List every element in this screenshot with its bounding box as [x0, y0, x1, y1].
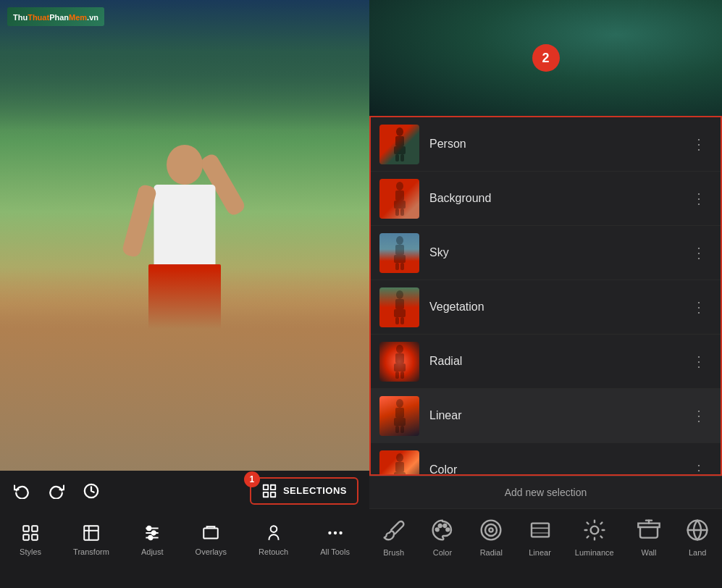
more-button-linear[interactable]: ⋮ — [686, 404, 712, 427]
ground-overlay — [0, 268, 369, 471]
styles-icon — [20, 523, 41, 543]
luminance-label: Luminance — [575, 548, 614, 557]
thumb-radial-svg — [389, 344, 411, 379]
svg-rect-46 — [395, 371, 399, 379]
adjust-label: Adjust — [141, 547, 164, 556]
more-button-vegetation[interactable]: ⋮ — [686, 295, 712, 319]
svg-rect-29 — [395, 190, 404, 201]
svg-rect-39 — [395, 299, 404, 309]
tool-adjust[interactable]: Adjust — [141, 523, 164, 556]
transform-icon — [81, 523, 101, 543]
svg-line-72 — [600, 536, 602, 537]
selections-icon — [261, 483, 277, 499]
svg-point-61 — [446, 528, 449, 531]
tool-retouch[interactable]: Retouch — [259, 523, 288, 556]
brush-label: Brush — [383, 548, 404, 557]
item-name-color: Color — [429, 463, 686, 476]
svg-rect-41 — [395, 317, 399, 324]
svg-point-33 — [396, 236, 403, 245]
item-name-sky: Sky — [429, 246, 686, 259]
bottom-tool-radial[interactable]: Radial — [477, 516, 505, 557]
redo-button[interactable] — [46, 480, 67, 502]
overlays-label: Overlays — [196, 547, 227, 556]
svg-rect-42 — [400, 317, 404, 324]
svg-rect-8 — [32, 534, 38, 540]
svg-rect-25 — [394, 146, 406, 154]
svg-point-43 — [396, 345, 403, 353]
selection-item-radial[interactable]: Radial ⋮ — [371, 335, 721, 389]
history-button[interactable] — [80, 480, 102, 502]
retouch-icon — [264, 523, 284, 543]
thumb-veg-svg — [389, 290, 411, 324]
svg-rect-34 — [395, 245, 404, 255]
tools-row: Styles Transform — [0, 511, 369, 568]
selection-item-vegetation[interactable]: Vegetation ⋮ — [371, 280, 721, 335]
svg-rect-1 — [264, 484, 268, 489]
thumb-linear — [379, 396, 419, 436]
more-button-background[interactable]: ⋮ — [686, 187, 712, 210]
person-head — [167, 145, 203, 185]
bottom-tool-color[interactable]: Color — [429, 516, 456, 557]
retouch-label: Retouch — [259, 547, 288, 556]
watermark-text: ThuThuatPhanMem.vn — [13, 13, 98, 22]
tool-transform[interactable]: Transform — [73, 523, 109, 556]
more-button-sky[interactable]: ⋮ — [686, 241, 712, 264]
tool-all-tools[interactable]: All Tools — [320, 523, 350, 556]
svg-rect-24 — [395, 136, 404, 146]
add-selection-bar[interactable]: Add new selection — [369, 476, 722, 508]
thumb-vegetation — [379, 287, 419, 327]
thumb-sky-svg — [389, 235, 411, 270]
svg-point-19 — [270, 526, 277, 532]
svg-point-68 — [590, 526, 598, 534]
svg-point-13 — [147, 526, 151, 530]
svg-rect-40 — [394, 309, 406, 317]
svg-line-71 — [587, 523, 588, 524]
watermark: ThuThuatPhanMem.vn — [7, 7, 104, 26]
svg-rect-51 — [395, 426, 399, 433]
thumb-linear-svg — [389, 398, 411, 433]
arm-left — [121, 183, 157, 258]
svg-point-20 — [328, 532, 331, 534]
svg-point-62 — [482, 521, 501, 540]
color-tool-label: Color — [433, 548, 452, 557]
undo-redo-group — [11, 480, 102, 502]
radial-icon — [477, 516, 505, 544]
svg-rect-4 — [264, 492, 268, 496]
svg-point-23 — [396, 127, 403, 136]
step2-badge: 2 — [532, 44, 560, 72]
selection-item-linear[interactable]: Linear ⋮ — [371, 389, 721, 443]
undo-button[interactable] — [11, 480, 33, 502]
svg-point-63 — [485, 524, 497, 536]
thumb-person — [379, 125, 419, 164]
thumb-color — [379, 450, 419, 476]
tool-styles[interactable]: Styles — [20, 523, 41, 556]
svg-rect-47 — [400, 371, 404, 379]
overlays-icon — [201, 523, 221, 543]
bottom-tool-wall[interactable]: Wall — [635, 516, 663, 557]
svg-point-60 — [443, 524, 446, 527]
thumb-color-svg — [389, 453, 411, 476]
bottom-tool-brush[interactable]: Brush — [380, 516, 408, 557]
selection-item-sky[interactable]: Sky ⋮ — [371, 226, 721, 280]
bottom-tool-linear[interactable]: Linear — [526, 516, 554, 557]
bottom-tool-luminance[interactable]: Luminance — [575, 516, 614, 557]
selections-label: SELECTIONS — [283, 485, 347, 496]
more-button-radial[interactable]: ⋮ — [686, 350, 712, 373]
bottom-tool-land[interactable]: Land — [684, 516, 711, 557]
selection-item-background[interactable]: Background ⋮ — [371, 172, 721, 226]
svg-rect-50 — [394, 418, 406, 426]
all-tools-label: All Tools — [320, 547, 350, 556]
more-button-color[interactable]: ⋮ — [686, 458, 712, 476]
tool-overlays[interactable]: Overlays — [196, 523, 227, 556]
left-panel: ThuThuatPhanMem.vn — [0, 0, 369, 588]
more-button-person[interactable]: ⋮ — [686, 133, 712, 156]
svg-rect-2 — [271, 484, 275, 489]
svg-rect-18 — [204, 529, 219, 539]
svg-rect-30 — [394, 201, 406, 209]
photo-area: ThuThuatPhanMem.vn — [0, 0, 369, 471]
selection-item-color[interactable]: Color ⋮ — [371, 443, 721, 476]
selection-list: Person ⋮ Background ⋮ — [369, 116, 722, 476]
svg-rect-6 — [32, 526, 38, 532]
selections-button[interactable]: 1 SELECTIONS — [250, 477, 358, 505]
selection-item-person[interactable]: Person ⋮ — [371, 117, 721, 172]
